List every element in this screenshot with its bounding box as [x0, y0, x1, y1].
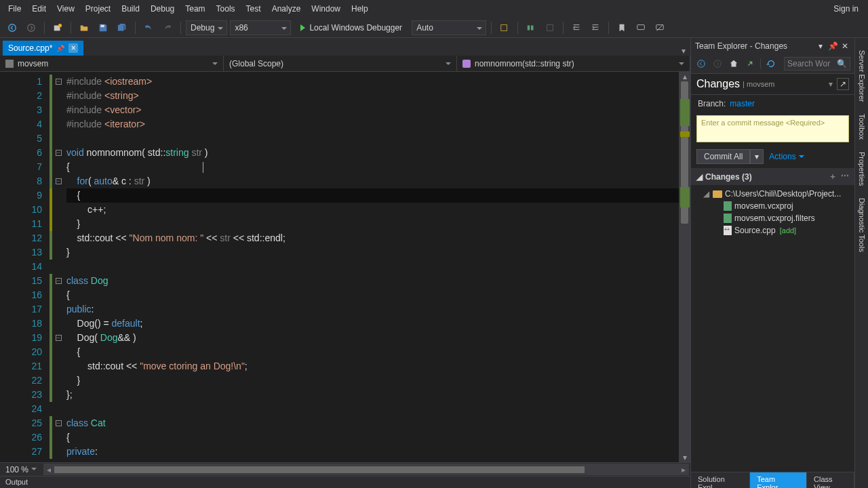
menu-debug[interactable]: Debug: [145, 1, 180, 16]
branch-label: Branch:: [698, 99, 726, 108]
actions-link[interactable]: Actions: [769, 152, 804, 161]
tool-window-tabs: Solution Expl...Team Explor...Class View: [691, 472, 854, 488]
panel-dropdown-icon[interactable]: ▾: [815, 41, 826, 52]
svg-point-1: [28, 24, 35, 31]
tree-file[interactable]: movsem.vcxproj.filters: [694, 212, 852, 224]
scope-combo[interactable]: (Global Scope): [224, 56, 457, 71]
commit-all-dropdown[interactable]: ▾: [750, 149, 764, 164]
tree-folder[interactable]: ◢C:\Users\Chili\Desktop\Project...: [694, 188, 852, 200]
nav-back-button[interactable]: [4, 20, 20, 35]
branch-link[interactable]: master: [730, 99, 755, 108]
bottom-tab[interactable]: Solution Expl...: [691, 472, 750, 488]
commit-message-input[interactable]: Enter a commit message <Required>: [696, 115, 849, 142]
close-tab-button[interactable]: ×: [68, 43, 78, 53]
file-icon: [724, 226, 732, 235]
tree-file[interactable]: movsem.vcxproj: [694, 200, 852, 212]
platform-combo[interactable]: x86: [230, 20, 291, 35]
te-home-button[interactable]: [728, 58, 740, 70]
undo-button[interactable]: [140, 20, 157, 35]
svg-rect-7: [531, 25, 534, 30]
stage-add-icon[interactable]: ＋: [829, 171, 837, 182]
bottom-tab[interactable]: Class View: [807, 472, 854, 488]
comment-button[interactable]: [633, 20, 649, 35]
fold-toggle[interactable]: −: [56, 278, 62, 284]
menu-bar: FileEditViewProjectBuildDebugTeamToolsTe…: [0, 0, 868, 18]
fold-toggle[interactable]: −: [56, 79, 62, 85]
tree-file[interactable]: Source.cpp[add]: [694, 224, 852, 237]
project-combo[interactable]: movsem: [0, 56, 224, 71]
toolbar-icon-3[interactable]: [542, 20, 558, 35]
redo-button[interactable]: [159, 20, 176, 35]
horizontal-scrollbar[interactable]: ◂▸: [43, 464, 689, 475]
menu-analyze[interactable]: Analyze: [267, 1, 307, 16]
indent-button[interactable]: [587, 20, 604, 35]
outdent-button[interactable]: [568, 20, 585, 35]
code-editor[interactable]: #include <iostream>#include <string>#inc…: [64, 72, 679, 462]
menu-team[interactable]: Team: [180, 1, 210, 16]
bottom-tab[interactable]: Team Explor...: [750, 472, 807, 488]
uncomment-button[interactable]: [652, 20, 668, 35]
svg-point-12: [698, 60, 705, 68]
menu-test[interactable]: Test: [241, 1, 267, 16]
right-tab-server-explorer[interactable]: Server Explorer: [856, 45, 867, 107]
bookmark-button[interactable]: [614, 20, 630, 35]
toolbar-icon-2[interactable]: [523, 20, 539, 35]
pin-icon[interactable]: 📌: [56, 45, 64, 52]
fold-toggle[interactable]: −: [56, 420, 62, 426]
svg-rect-8: [547, 24, 553, 30]
te-connect-button[interactable]: [744, 58, 756, 70]
menu-project[interactable]: Project: [80, 1, 116, 16]
svg-point-0: [9, 24, 16, 31]
new-project-button[interactable]: [50, 20, 66, 35]
signin-link[interactable]: Sign in: [827, 1, 865, 16]
te-back-button[interactable]: [695, 58, 707, 70]
vertical-scrollbar[interactable]: ▴ ▾: [679, 72, 690, 462]
changes-section-header[interactable]: ◢Changes (3) ＋⋯: [691, 168, 854, 185]
menu-build[interactable]: Build: [116, 1, 145, 16]
svg-rect-4: [101, 24, 104, 27]
document-tab-source[interactable]: Source.cpp* 📌 ×: [3, 41, 83, 56]
svg-rect-5: [501, 24, 507, 30]
te-head-dropdown[interactable]: ▾: [829, 79, 833, 89]
te-refresh-button[interactable]: [765, 58, 777, 70]
panel-close-icon[interactable]: ✕: [840, 41, 850, 52]
menu-window[interactable]: Window: [306, 1, 346, 16]
te-forward-button[interactable]: [711, 58, 724, 70]
toolbar-icon-1[interactable]: [496, 20, 513, 35]
menu-tools[interactable]: Tools: [211, 1, 241, 16]
commit-all-button[interactable]: Commit All: [696, 149, 750, 164]
folder-icon: [713, 190, 722, 198]
file-icon: [724, 214, 732, 223]
fold-toggle[interactable]: −: [56, 335, 62, 341]
menu-view[interactable]: View: [52, 1, 80, 16]
te-heading: Changes: [696, 78, 740, 90]
open-file-button[interactable]: [76, 20, 92, 35]
tab-title: Source.cpp*: [8, 43, 52, 53]
svg-rect-9: [637, 24, 645, 29]
right-tab-properties[interactable]: Properties: [856, 146, 867, 191]
save-button[interactable]: [95, 20, 111, 35]
configuration-combo[interactable]: Debug: [186, 20, 227, 35]
right-tab-toolbox[interactable]: Toolbox: [856, 108, 867, 145]
auto-combo[interactable]: Auto: [412, 20, 486, 35]
menu-file[interactable]: File: [3, 1, 26, 16]
member-combo[interactable]: nomnomnom(std::string str): [457, 56, 690, 71]
save-all-button[interactable]: [114, 20, 130, 35]
menu-edit[interactable]: Edit: [26, 1, 52, 16]
right-tab-diagnostic-tools[interactable]: Diagnostic Tools: [856, 192, 867, 258]
output-panel-header[interactable]: Output: [0, 476, 690, 488]
fold-margin: −−−−−−: [53, 72, 64, 462]
panel-title: Team Explorer - Changes: [695, 41, 814, 51]
start-debugging-button[interactable]: Local Windows Debugger: [294, 20, 409, 35]
nav-forward-button[interactable]: [23, 20, 39, 35]
te-search-input[interactable]: Search Wor🔍: [784, 57, 850, 70]
te-popout-button[interactable]: ↗: [837, 78, 849, 90]
fold-toggle[interactable]: −: [56, 178, 62, 184]
fold-toggle[interactable]: −: [56, 150, 62, 156]
panel-pin-icon[interactable]: 📌: [827, 41, 838, 52]
svg-rect-6: [528, 25, 530, 30]
zoom-combo[interactable]: 100 %: [0, 465, 42, 474]
more-icon[interactable]: ⋯: [841, 171, 849, 182]
tab-overflow-button[interactable]: ▾: [677, 46, 690, 56]
menu-help[interactable]: Help: [346, 1, 374, 16]
